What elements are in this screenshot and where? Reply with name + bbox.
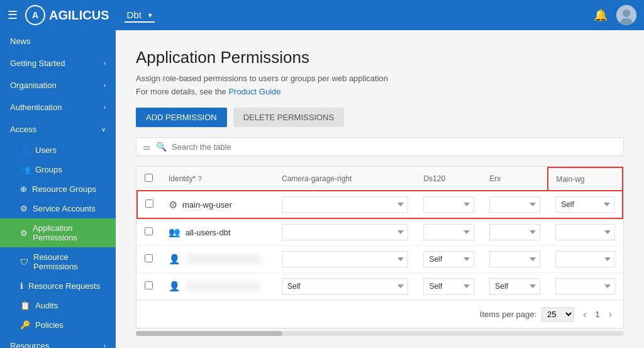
camera-garage-right-cell: SelfAll bbox=[274, 273, 416, 300]
sidebar-item-users[interactable]: 👤 Users bbox=[0, 140, 116, 160]
sidebar-item-label: Access bbox=[10, 125, 36, 134]
camera-garage-right-header: Camera-garage-right bbox=[274, 167, 416, 191]
sidebar-item-label: Organisation bbox=[10, 81, 57, 90]
chevron-right-icon: › bbox=[104, 104, 106, 111]
camera-garage-right-cell: SelfAll bbox=[274, 191, 416, 218]
product-guide-link[interactable]: Product Guide bbox=[228, 87, 280, 96]
sidebar-item-label: Resources bbox=[10, 341, 49, 348]
sidebar-item-label: Users bbox=[35, 145, 57, 155]
delete-permissions-button[interactable]: DELETE PERMISSIONS bbox=[233, 108, 344, 127]
horizontal-scrollbar[interactable] bbox=[136, 331, 624, 336]
sidebar-item-label: Resource Groups bbox=[32, 184, 96, 194]
main-wg-select[interactable]: SelfAll bbox=[555, 224, 615, 240]
sidebar-item-organisation[interactable]: Organisation › bbox=[0, 74, 116, 96]
user-icon: 👤 bbox=[169, 254, 180, 265]
row-checkbox-cell bbox=[137, 218, 161, 246]
previous-page-button[interactable]: ‹ bbox=[579, 308, 590, 322]
camera-garage-right-select[interactable]: SelfAll bbox=[282, 251, 408, 267]
erx-select[interactable]: SelfAll bbox=[489, 278, 540, 295]
table-row: ⚙ main-wg-user SelfAll SelfAll SelfAll bbox=[137, 191, 623, 218]
erx-select[interactable]: SelfAll bbox=[489, 251, 540, 267]
sidebar-item-news[interactable]: News bbox=[0, 30, 116, 52]
ds120-select[interactable]: SelfAll bbox=[423, 278, 474, 295]
bell-icon[interactable]: 🔔 bbox=[594, 8, 608, 22]
camera-garage-right-select[interactable]: SelfAll bbox=[282, 224, 408, 240]
identity-name: all-users-dbt bbox=[186, 228, 231, 237]
row-checkbox[interactable] bbox=[145, 281, 153, 289]
erx-select[interactable]: SelfAll bbox=[489, 224, 540, 240]
info-icon[interactable]: ? bbox=[198, 175, 202, 182]
main-wg-cell: SelfAll bbox=[548, 273, 623, 300]
ds120-cell: SelfAll bbox=[416, 191, 482, 218]
ds120-cell: SelfAll bbox=[416, 246, 482, 273]
chevron-right-icon: › bbox=[104, 342, 106, 348]
ds120-select[interactable]: SelfAll bbox=[423, 224, 474, 240]
resource-requests-icon: ℹ bbox=[20, 281, 23, 291]
app-selector[interactable]: Dbt bbox=[125, 8, 155, 23]
camera-garage-right-cell: SelfAll bbox=[274, 246, 416, 273]
service-accounts-icon: ⚙ bbox=[20, 204, 28, 213]
sidebar-item-audits[interactable]: 📋 Audits bbox=[0, 296, 116, 315]
avatar[interactable] bbox=[616, 5, 636, 25]
main-content: Application Permissions Assign role-base… bbox=[116, 30, 644, 348]
ds120-select[interactable]: SelfAll bbox=[423, 196, 474, 213]
ds120-cell: SelfAll bbox=[416, 273, 482, 300]
camera-garage-right-cell: SelfAll bbox=[274, 218, 416, 246]
chevron-right-icon: › bbox=[104, 60, 106, 67]
camera-garage-right-select[interactable]: SelfAll bbox=[282, 278, 408, 295]
camera-garage-right-select[interactable]: SelfAll bbox=[282, 196, 408, 213]
sidebar-item-getting-started[interactable]: Getting Started › bbox=[0, 52, 116, 74]
sidebar-item-resource-requests[interactable]: ℹ Resource Requests bbox=[0, 276, 116, 296]
sidebar-item-label: Getting Started bbox=[10, 59, 65, 68]
service-account-icon: ⚙ bbox=[169, 199, 177, 211]
erx-cell: SelfAll bbox=[482, 273, 548, 300]
main-wg-select[interactable]: SelfAll bbox=[555, 251, 615, 267]
main-wg-select[interactable]: SelfAll bbox=[555, 196, 614, 213]
identity-column-header: Identity* ? bbox=[161, 167, 274, 191]
sidebar-item-authentication[interactable]: Authentication › bbox=[0, 96, 116, 118]
search-input[interactable] bbox=[172, 142, 617, 152]
groups-icon: 👥 bbox=[20, 165, 30, 174]
permissions-table: Identity* ? Camera-garage-right Ds120 Er… bbox=[136, 167, 623, 300]
erx-header: Erx bbox=[482, 167, 548, 191]
page-subtitle: Assign role-based permissions to users o… bbox=[136, 74, 624, 83]
app-selector-wrapper: Dbt bbox=[117, 8, 155, 23]
sidebar-item-resource-groups[interactable]: ⊕ Resource Groups bbox=[0, 179, 116, 199]
sidebar-item-application-permissions[interactable]: ⚙ Application Permissions bbox=[0, 218, 116, 247]
row-checkbox-cell bbox=[137, 246, 161, 273]
sidebar-item-access[interactable]: Access ∨ bbox=[0, 118, 116, 140]
sidebar-item-policies[interactable]: 🔑 Policies bbox=[0, 315, 116, 335]
user-icon: 👤 bbox=[20, 145, 30, 155]
main-wg-select[interactable]: SelfAll bbox=[555, 278, 615, 295]
main-wg-cell: SelfAll bbox=[548, 218, 623, 246]
row-checkbox[interactable] bbox=[145, 254, 153, 262]
table-row: 👤 SelfAll SelfAll SelfAll bbox=[137, 273, 623, 300]
sidebar-item-label: Authentication bbox=[10, 103, 62, 112]
erx-cell: SelfAll bbox=[482, 191, 548, 218]
erx-select[interactable]: SelfAll bbox=[489, 196, 540, 213]
logo-icon: A bbox=[25, 5, 45, 25]
app-permissions-icon: ⚙ bbox=[20, 228, 28, 238]
search-bar: ⚌ 🔍 bbox=[136, 137, 624, 156]
items-per-page-label: Items per page: bbox=[480, 310, 536, 319]
sidebar-item-label: Service Accounts bbox=[33, 204, 96, 213]
identity-cell: 👤 bbox=[161, 246, 274, 273]
sidebar-item-service-accounts[interactable]: ⚙ Service Accounts bbox=[0, 199, 116, 218]
ds120-select[interactable]: SelfAll bbox=[423, 251, 474, 267]
items-per-page-select[interactable]: 25 10 50 100 bbox=[541, 307, 574, 322]
add-permission-button[interactable]: ADD PERMISSION bbox=[136, 108, 227, 127]
select-all-checkbox[interactable] bbox=[145, 174, 153, 182]
next-page-button[interactable]: › bbox=[605, 308, 616, 322]
select-all-header bbox=[137, 167, 161, 191]
identity-cell: ⚙ main-wg-user bbox=[161, 191, 274, 218]
current-page: 1 bbox=[595, 310, 599, 319]
row-checkbox[interactable] bbox=[145, 227, 153, 235]
sidebar-item-groups[interactable]: 👥 Groups bbox=[0, 160, 116, 179]
sidebar-item-resource-permissions[interactable]: 🛡 Resource Permissions bbox=[0, 247, 116, 276]
hamburger-icon[interactable]: ☰ bbox=[8, 8, 18, 22]
sidebar-item-resources[interactable]: Resources › bbox=[0, 335, 116, 348]
main-wg-cell: SelfAll bbox=[548, 246, 623, 273]
identity-cell: 👥 all-users-dbt bbox=[161, 218, 274, 246]
filter-icon[interactable]: ⚌ bbox=[143, 142, 151, 152]
row-checkbox[interactable] bbox=[145, 199, 153, 208]
